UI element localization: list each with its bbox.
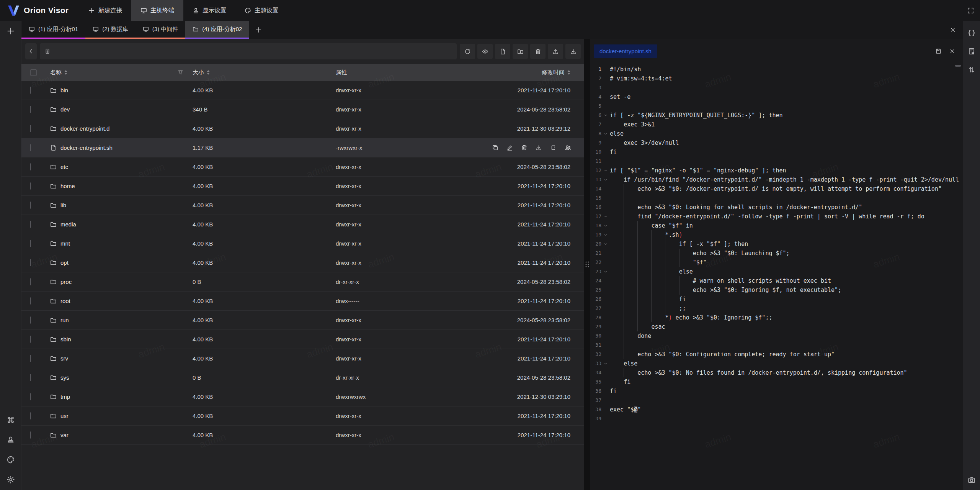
terminal-tab[interactable]: (1) 应用-分析01	[21, 21, 85, 39]
palette-sidebar-button[interactable]	[7, 456, 15, 464]
row-checkbox[interactable]	[30, 221, 31, 228]
row-checkbox[interactable]	[30, 106, 31, 113]
path-input[interactable]	[54, 48, 452, 55]
table-row[interactable]: mnt4.00 KBdrwxr-xr-x2021-11-24 17:20:10	[21, 234, 584, 253]
editor-scrollbar-thumb[interactable]	[955, 65, 961, 67]
open-file-tab[interactable]: docker-entrypoint.sh	[594, 44, 657, 58]
fold-toggle[interactable]	[601, 359, 610, 368]
menu-item-新建连接[interactable]: 新建连接	[79, 0, 131, 21]
command-sidebar-button[interactable]	[7, 416, 15, 424]
gear-sidebar-button[interactable]	[7, 475, 15, 484]
download-button[interactable]	[565, 44, 581, 59]
new-file-button[interactable]	[495, 44, 510, 59]
row-checkbox[interactable]	[30, 202, 31, 209]
new-connection-button[interactable]	[4, 25, 18, 37]
add-tab-button[interactable]	[249, 21, 268, 39]
row-checkbox[interactable]	[30, 431, 31, 439]
table-row[interactable]: dev340 Bdrwxr-xr-x2024-05-28 23:58:02	[21, 100, 584, 119]
select-all-checkbox[interactable]	[30, 69, 37, 76]
panel-resize-handle[interactable]	[584, 39, 590, 490]
fullscreen-button[interactable]	[961, 0, 980, 21]
row-checkbox[interactable]	[30, 278, 31, 285]
file-perms-cell: drwxr-xr-x	[331, 259, 474, 266]
fold-toggle[interactable]	[601, 129, 610, 138]
fold-toggle[interactable]	[601, 221, 610, 230]
table-row[interactable]: docker-entrypoint.d4.00 KBdrwxr-xr-x2021…	[21, 119, 584, 138]
table-row[interactable]: media4.00 KBdrwxr-xr-x2021-11-24 17:20:1…	[21, 215, 584, 234]
menu-item-主题设置[interactable]: 主题设置	[235, 0, 287, 21]
upload-button[interactable]	[548, 44, 563, 59]
table-row[interactable]: var4.00 KBdrwxr-xr-x2021-11-24 17:20:10	[21, 426, 584, 445]
row-checkbox[interactable]	[30, 374, 31, 381]
terminal-tab[interactable]: (4) 应用-分析02	[185, 21, 249, 39]
table-row[interactable]: home4.00 KBdrwxr-xr-x2021-11-24 17:20:10	[21, 177, 584, 196]
sort-icon[interactable]	[64, 70, 67, 75]
table-row[interactable]: docker-entrypoint.sh1.17 KB-rwxrwxr-x	[21, 138, 584, 157]
refresh-button[interactable]	[460, 44, 475, 59]
delete-file-button[interactable]	[521, 144, 528, 151]
new-folder-button[interactable]	[513, 44, 528, 59]
table-row[interactable]: proc0 Bdr-xr-xr-x2024-05-28 23:58:02	[21, 272, 584, 292]
menu-item-显示设置[interactable]: 显示设置	[183, 0, 235, 21]
camera-panel-button[interactable]	[968, 476, 975, 490]
braces-panel-button[interactable]	[968, 29, 975, 37]
preview-button[interactable]	[477, 44, 493, 59]
code-text: ;;	[610, 304, 963, 313]
table-row[interactable]: run4.00 KBdrwxr-xr-x2024-05-28 23:58:02	[21, 311, 584, 330]
move-file-button[interactable]	[550, 144, 557, 151]
edit-file-button[interactable]	[506, 144, 513, 151]
row-checkbox[interactable]	[30, 240, 31, 247]
row-checkbox[interactable]	[30, 125, 31, 132]
terminal-tab[interactable]: (3) 中间件	[136, 21, 186, 39]
filter-icon[interactable]	[178, 70, 183, 75]
table-row[interactable]: lib4.00 KBdrwxr-xr-x2021-11-24 17:20:10	[21, 196, 584, 215]
row-checkbox[interactable]	[30, 393, 31, 400]
line-number: 34	[590, 368, 601, 377]
menu-item-主机终端[interactable]: 主机终端	[131, 0, 183, 21]
code-line: 36fi	[590, 387, 963, 396]
code-editor[interactable]: 1#!/bin/sh2# vim:sw=4:ts=4:et34set -e56i…	[590, 63, 963, 490]
fold-toggle[interactable]	[601, 111, 610, 120]
row-checkbox[interactable]	[30, 316, 31, 324]
sort-icon[interactable]	[567, 70, 570, 75]
table-row[interactable]: srv4.00 KBdrwxr-xr-x2021-11-24 17:20:10	[21, 349, 584, 368]
row-checkbox[interactable]	[30, 336, 31, 343]
table-row[interactable]: sys0 Bdr-xr-xr-x2024-05-28 23:58:02	[21, 368, 584, 387]
file-perms-cell: drwxr-xr-x	[331, 106, 474, 113]
row-checkbox[interactable]	[30, 182, 31, 190]
stamp-sidebar-button[interactable]	[7, 436, 15, 444]
row-checkbox[interactable]	[30, 87, 31, 94]
swap-vertical-panel-button[interactable]	[968, 66, 975, 74]
close-editor-button[interactable]	[945, 44, 959, 58]
sort-icon[interactable]	[207, 70, 210, 75]
row-checkbox[interactable]	[30, 163, 31, 170]
copy-path-button[interactable]	[492, 144, 498, 151]
table-row[interactable]: sbin4.00 KBdrwxr-xr-x2021-11-24 17:20:10	[21, 330, 584, 349]
fold-toggle[interactable]	[601, 267, 610, 276]
table-row[interactable]: bin4.00 KBdrwxr-xr-x2021-11-24 17:20:10	[21, 81, 584, 100]
terminal-tab[interactable]: (2) 数据库	[85, 21, 136, 39]
table-row[interactable]: usr4.00 KBdrwxr-xr-x2021-11-24 17:20:10	[21, 406, 584, 426]
doc-bookmark-panel-button[interactable]	[968, 48, 975, 55]
table-row[interactable]: root4.00 KBdrwx------2021-11-24 17:20:10	[21, 292, 584, 311]
fold-toggle[interactable]	[601, 230, 610, 239]
row-checkbox[interactable]	[30, 259, 31, 266]
row-checkbox[interactable]	[30, 412, 31, 420]
fold-toggle[interactable]	[601, 212, 610, 221]
table-row[interactable]: opt4.00 KBdrwxr-xr-x2021-11-24 17:20:10	[21, 253, 584, 272]
table-row[interactable]: etc4.00 KBdrwxr-xr-x2024-05-28 23:58:02	[21, 157, 584, 177]
row-checkbox[interactable]	[30, 355, 31, 362]
fold-toggle[interactable]	[601, 175, 610, 184]
row-checkbox[interactable]	[30, 297, 31, 305]
row-checkbox[interactable]	[30, 144, 31, 151]
back-button[interactable]	[25, 43, 37, 59]
fold-toggle[interactable]	[601, 166, 610, 175]
delete-button[interactable]	[530, 44, 546, 59]
save-file-button[interactable]	[931, 44, 945, 58]
fold-toggle[interactable]	[601, 239, 610, 249]
download-file-button[interactable]	[536, 144, 542, 151]
table-row[interactable]: tmp4.00 KBdrwxrwxrwx2021-12-30 03:29:10	[21, 387, 584, 406]
permissions-button[interactable]	[565, 144, 571, 151]
close-all-button[interactable]	[943, 21, 963, 39]
copy-icon	[492, 144, 498, 151]
